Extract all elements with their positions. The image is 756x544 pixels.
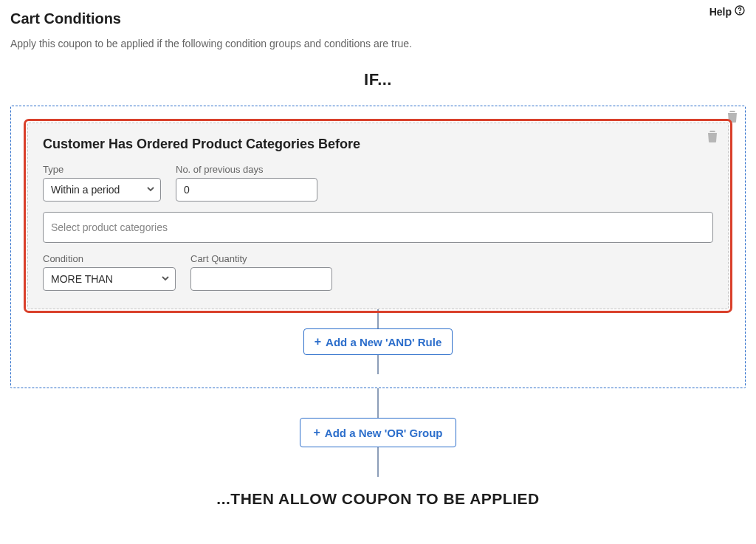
delete-group-button[interactable]	[727, 111, 738, 125]
add-and-rule-button[interactable]: + Add a New 'AND' Rule	[303, 328, 453, 355]
page-subtitle: Apply this coupon to be applied if the f…	[10, 38, 746, 49]
if-heading: IF...	[10, 70, 746, 89]
days-label: No. of previous days	[176, 164, 317, 175]
categories-placeholder: Select product categories	[51, 221, 168, 233]
trash-icon	[707, 131, 718, 142]
type-select[interactable]: Within a period	[43, 178, 161, 202]
plus-icon: +	[314, 426, 320, 439]
help-link[interactable]: Help	[709, 4, 746, 18]
days-input[interactable]	[176, 178, 317, 202]
connector-line	[377, 388, 379, 418]
page-title: Cart Conditions	[10, 10, 746, 27]
connector-line	[377, 447, 379, 477]
add-or-label: Add a New 'OR' Group	[325, 427, 443, 439]
trash-icon	[727, 111, 738, 123]
type-label: Type	[43, 164, 161, 175]
rule-card: Customer Has Ordered Product Categories …	[27, 123, 729, 309]
rule-title: Customer Has Ordered Product Categories …	[43, 137, 713, 152]
add-or-group-button[interactable]: + Add a New 'OR' Group	[300, 418, 457, 447]
condition-label: Condition	[43, 253, 176, 264]
then-heading: ...THEN ALLOW COUPON TO BE APPLIED	[10, 490, 746, 508]
svg-point-1	[739, 13, 740, 13]
condition-group: Customer Has Ordered Product Categories …	[10, 106, 746, 388]
connector-line	[377, 309, 379, 328]
connector-line	[377, 355, 379, 374]
categories-select[interactable]: Select product categories	[43, 212, 713, 243]
help-icon	[734, 4, 746, 18]
help-label: Help	[709, 6, 732, 18]
add-and-label: Add a New 'AND' Rule	[326, 336, 441, 348]
qty-input[interactable]	[190, 267, 332, 291]
delete-rule-button[interactable]	[707, 131, 718, 145]
qty-label: Cart Quantity	[190, 253, 332, 264]
condition-select[interactable]: MORE THAN	[43, 267, 176, 291]
plus-icon: +	[315, 335, 321, 348]
